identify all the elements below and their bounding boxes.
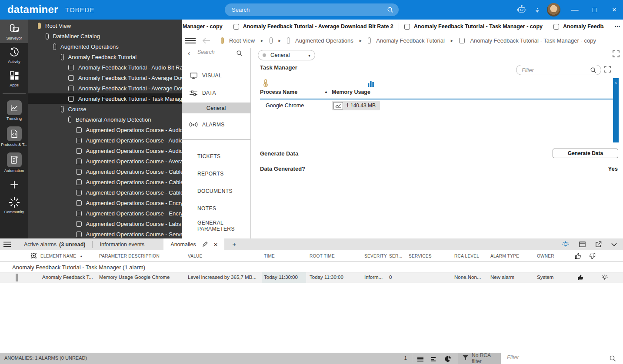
column-owner[interactable]: OWNER [537,250,554,262]
tree-item[interactable]: Augmented Operations Course - Cable Mo [28,177,182,187]
breadcrumb-item[interactable] [270,37,273,44]
column-header-process-name[interactable]: Process Name [260,89,297,95]
breadcrumb-item[interactable]: Anomaly Feedback Tutorial - Task Manager… [459,37,596,44]
menu-item-general-parameters[interactable]: GENERAL PARAMETERS [182,217,250,235]
menu-subitem-general[interactable]: General [182,103,250,113]
column-alarm-type[interactable]: ALARM TYPE [490,250,519,262]
tree-item[interactable]: Anomaly Feedback Tutorial - Average Down… [28,83,182,93]
close-tab-icon[interactable]: × [214,241,218,248]
tree-item[interactable]: Augmented Operations Course - Audio bit [28,125,182,135]
dock-panel-icon[interactable] [579,242,586,247]
document-tab[interactable]: Anomaly Feedbacl [548,23,604,30]
thumbs-up-filled-icon[interactable] [577,274,584,281]
anomaly-bulb-row-icon[interactable] [601,274,608,282]
menu-item-notes[interactable]: NOTES [182,200,250,217]
menu-item-visual[interactable]: VISUAL [182,67,250,84]
tree-item[interactable]: Augmented Operations Course - Cable Mo [28,166,182,177]
table-filter[interactable] [516,65,601,75]
popout-icon[interactable] [595,241,602,248]
menu-item-alarms[interactable]: ALARMS [182,116,250,133]
tree-item[interactable]: Course [28,104,182,114]
menu-item-tickets[interactable]: TICKETS [182,148,250,165]
alarm-filter[interactable] [501,353,623,364]
back-arrow-icon[interactable] [202,37,210,46]
table-filter-input[interactable] [522,66,587,74]
column-element-name[interactable]: ELEMENT NAME ▲ [30,250,83,262]
tab-active-alarms[interactable]: Active alarms (3 unread) [17,238,92,250]
search-icon[interactable] [236,50,243,58]
generate-data-button[interactable]: Generate Data [553,149,618,158]
list-view-icon[interactable] [417,356,423,364]
menu-hamburger-icon[interactable] [185,37,196,46]
tree-item[interactable]: Augmented Operations [28,41,182,52]
column-value[interactable]: VALUE [188,250,203,262]
anomaly-bulb-icon[interactable] [562,241,570,248]
assistant-caret-icon[interactable] [535,7,540,15]
column-services[interactable]: SERVICES [409,250,432,262]
tree-item[interactable]: Augmented Operations Course - Average D [28,156,182,166]
rail-item-community[interactable]: Community [0,193,28,217]
minimize-button[interactable]: — [566,0,583,20]
rail-item-surveyor[interactable]: Surveyor [0,20,28,43]
tab-anomalies[interactable]: Anomalies × [163,238,224,250]
tree-item[interactable]: Augmented Operations Course - Encryptio [28,198,182,208]
rca-filter-button[interactable]: No RCA filter [458,353,501,364]
column-root-time[interactable]: ROOT TIME [310,250,335,262]
tree-item[interactable]: Augmented Operations Course - Encryptio [28,208,182,218]
tree-item[interactable]: Root View [28,20,182,31]
menu-item-data[interactable]: DATA [182,84,250,102]
tree-item[interactable]: Augmented Operations Course - Audio bit [28,135,182,146]
explorer-search-input[interactable] [197,49,235,55]
tree-item[interactable]: Anomaly Feedback Tutorial - Task Manager [28,93,182,104]
collapse-panel-icon[interactable]: ‹ [188,49,190,58]
tree-item[interactable]: Augmented Operations Course - Cable Mo [28,187,182,198]
column-rca-level[interactable]: RCA LEVEL [454,250,479,262]
rail-item-activity[interactable]: Activity [0,43,28,66]
column-severity[interactable]: SEVERITY [364,250,387,262]
rail-item-apps[interactable]: Apps [0,66,28,90]
pie-chart-icon[interactable] [445,356,451,364]
add-tab-button[interactable]: + [224,238,244,250]
tab-overflow-button[interactable]: … [614,21,620,28]
rail-item-protocols[interactable]: Protocols & T... [0,123,28,149]
table-row[interactable]: Google Chrome 1 140.43 MB [251,101,613,111]
menu-item-reports[interactable]: REPORTS [182,165,250,182]
tree-item[interactable]: DataMiner Catalog [28,31,182,41]
column-parameter-description[interactable]: PARAMETER DESCRIPTION [99,250,160,262]
alarm-row[interactable]: Anomaly Feedback T... Memory Usage Googl… [0,272,623,283]
thumbs-down-column-icon[interactable] [589,250,596,262]
rail-item-add[interactable] [0,175,28,193]
thumbs-up-column-icon[interactable] [575,250,582,262]
expand-table-icon[interactable] [604,66,611,74]
alarm-menu-hamburger-icon[interactable] [0,242,17,247]
tree-item[interactable]: Augmented Operations Course - Labs Serv [28,218,182,229]
panel-scrollbar[interactable]: ‹ [613,78,619,142]
tab-information-events[interactable]: Information events [93,238,151,250]
tree-item[interactable]: Behavioral Anomaly Detection [28,114,182,125]
view-selector-dropdown[interactable]: General ▾ [258,50,315,60]
tree-item[interactable]: Anomaly Feedback Tutorial - Average Down… [28,73,182,83]
document-tab[interactable]: Anomaly Feedback Tutorial - Average Down… [228,23,399,30]
tree-item[interactable]: Augmented Operations Course - Server Mo [28,229,182,238]
maximize-button[interactable]: □ [586,0,603,20]
user-avatar[interactable] [547,3,560,17]
tree-item[interactable]: Anomaly Feedback Tutorial - Audio Bit Ra… [28,62,182,73]
breadcrumb-item[interactable]: Root View [221,37,255,44]
column-time[interactable]: TIME [264,250,275,262]
document-tab[interactable]: Anomaly Feedback Tutorial - Task Manager… [399,23,548,30]
tree-item[interactable]: Anomaly Feedback Tutorial [28,52,182,62]
global-search-input[interactable] [232,3,384,16]
edit-tab-icon[interactable] [202,242,208,247]
fullscreen-icon[interactable] [613,50,620,59]
tree-item[interactable]: Augmented Operations Course - Audio bit [28,146,182,156]
column-header-memory-usage[interactable]: Memory Usage [332,89,370,95]
alarm-group-header[interactable]: Anomaly Feedback Tutorial - Task Manager… [0,262,623,272]
memory-usage-cell[interactable]: 1 140.43 MB [332,101,380,110]
sort-ascending-icon[interactable]: ▲ [324,90,328,94]
document-tab[interactable]: Manager - copy [182,23,228,30]
rail-item-trending[interactable]: Trending [0,97,28,123]
breadcrumb-item[interactable]: Augmented Operations [287,37,353,44]
sort-filter-icon[interactable] [431,356,437,364]
collapse-panel-chevron-icon[interactable] [611,243,617,246]
column-ser[interactable]: SER... [389,250,403,262]
